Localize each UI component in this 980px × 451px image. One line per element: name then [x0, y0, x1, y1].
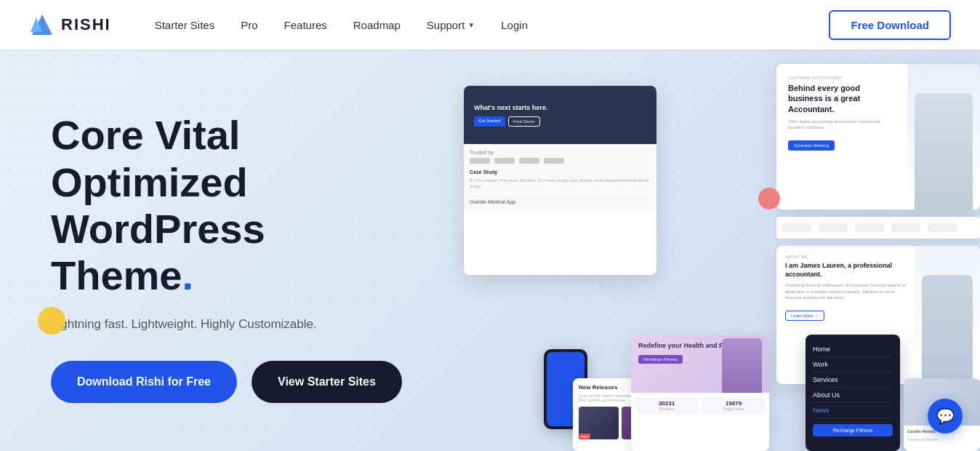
hero-section: Core Vital Optimized WordPress Theme. Li…: [0, 49, 980, 451]
health-screenshot: Redefine your Health and Fitness Recharg…: [631, 335, 769, 451]
person-image-1: [915, 93, 973, 209]
nav-support[interactable]: Support ▼: [427, 19, 475, 31]
hero-content: Core Vital Optimized WordPress Theme. Li…: [0, 49, 451, 451]
brands-bar-screenshot: [776, 217, 980, 239]
chat-button[interactable]: 💬: [928, 399, 963, 434]
nav-roadmap[interactable]: Roadmap: [353, 19, 401, 31]
download-button[interactable]: Download Rishi for Free: [51, 361, 237, 403]
main-screenshot-text: What's next starts here.: [474, 103, 646, 113]
logo-text: RISHI: [61, 15, 111, 34]
navigation: RISHI Starter Sites Pro Features Roadmap…: [0, 0, 980, 49]
app-name: Granite Medical App: [470, 196, 651, 204]
hero-screenshots: What's next starts here. Get Started Fre…: [457, 49, 980, 451]
accountant-screenshot: CERTIFIED ACCOUNTANT Behind every good b…: [776, 64, 980, 209]
nav-starter-sites[interactable]: Starter Sites: [155, 19, 215, 31]
logo-icon: [29, 12, 55, 38]
main-screenshot: What's next starts here. Get Started Fre…: [464, 86, 656, 275]
free-download-button[interactable]: Free Download: [829, 10, 951, 40]
chat-icon: 💬: [936, 407, 955, 425]
health-person-image: [722, 338, 762, 393]
chevron-down-icon: ▼: [467, 21, 475, 29]
nav-features[interactable]: Features: [284, 19, 327, 31]
person-image-2: [922, 275, 973, 384]
logo[interactable]: RISHI: [29, 12, 111, 38]
pink-circle-decoration: [758, 188, 780, 209]
nav-pro[interactable]: Pro: [241, 19, 257, 31]
nav-links: Starter Sites Pro Features Roadmap Suppo…: [155, 19, 830, 31]
hero-buttons: Download Rishi for Free View Starter Sit…: [51, 361, 407, 403]
dark-menu-screenshot: Home Work Services About Us News Recharg…: [806, 335, 900, 451]
yellow-circle-decoration: [38, 307, 65, 335]
hero-title: Core Vital Optimized WordPress Theme.: [51, 112, 407, 300]
hero-subtitle: Lightning fast. Lightweight. Highly Cust…: [51, 317, 407, 332]
starter-sites-button[interactable]: View Starter Sites: [252, 361, 402, 403]
case-study-label: Case Study: [470, 169, 651, 175]
nav-login[interactable]: Login: [501, 19, 528, 31]
